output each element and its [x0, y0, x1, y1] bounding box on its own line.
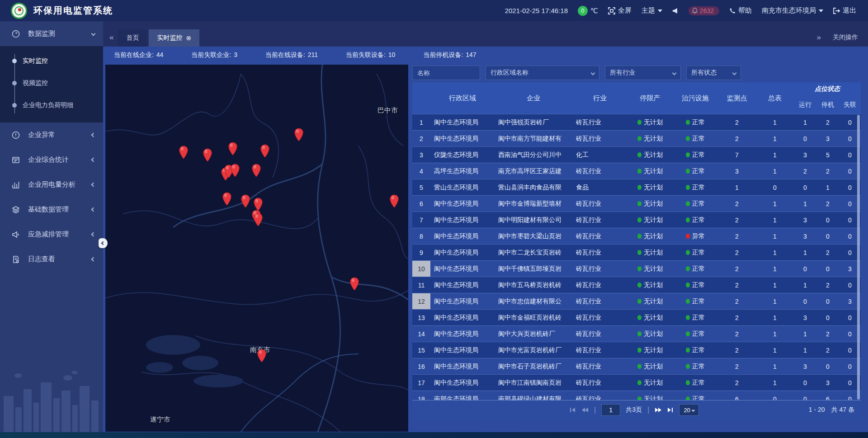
map-pin-icon[interactable] — [241, 194, 250, 210]
cell-row-number[interactable]: 12 — [412, 293, 430, 309]
status-select[interactable]: 所有状态 — [686, 66, 741, 80]
table-row[interactable]: 7 阆中生态环境局 阆中明阳建材有限公司 砖瓦行业 无计划 正常 2 1 3 0… — [412, 212, 861, 228]
first-page-button[interactable] — [570, 407, 576, 413]
tab-home[interactable]: 首页 — [118, 29, 147, 47]
table-row[interactable]: 3 仪陇生态环境局 西南油气田分公司川中 化工 无计划 正常 7 1 3 5 0 — [412, 146, 861, 163]
table-scrollbar[interactable] — [857, 115, 860, 400]
table-row[interactable]: 1 阆中生态环境局 阆中强锐页岩砖厂 砖瓦行业 无计划 正常 2 1 1 2 0 — [412, 114, 861, 130]
cell-run-count: 1 — [794, 277, 816, 293]
right-panel: 行政区域名称 所有行业 所有状态 行政区域 企业 行业 停限产 治污设施 监测点 — [412, 66, 861, 419]
name-search-input[interactable] — [412, 66, 480, 80]
skyline-decoration — [0, 364, 103, 432]
map-pin-icon[interactable] — [203, 148, 212, 164]
table-row[interactable]: 18 南部生态环境局 南部县砚绿山建材有限 砖瓦行业 无计划 正常 6 0 0 … — [412, 391, 861, 400]
cell-row-number[interactable]: 1 — [412, 114, 430, 130]
cell-row-number[interactable]: 9 — [412, 245, 430, 260]
map-pin-icon[interactable] — [222, 192, 232, 207]
tab-close-icon[interactable]: ⊗ — [186, 34, 191, 42]
tabs-scroll-left[interactable]: « — [103, 33, 118, 47]
cell-row-number[interactable]: 5 — [412, 179, 430, 195]
table-row[interactable]: 9 阆中生态环境局 阆中市二龙长宝页岩砖 砖瓦行业 无计划 正常 2 1 1 2… — [412, 244, 861, 260]
table-row[interactable]: 2 阆中生态环境局 阆中市南方节能建材有 砖瓦行业 无计划 正常 2 1 0 3… — [412, 130, 861, 146]
cell-row-number[interactable]: 4 — [412, 163, 430, 179]
last-page-button[interactable] — [667, 407, 674, 413]
cell-row-number[interactable]: 7 — [412, 212, 430, 228]
map-panel[interactable]: 巴中市南充市遂宁市 — [105, 65, 408, 432]
table-row[interactable]: 17 阆中生态环境局 阆中市江南镇阆南页岩 砖瓦行业 无计划 正常 2 1 0 … — [412, 374, 861, 391]
map-pin-icon[interactable] — [230, 164, 240, 179]
tabs-scroll-right[interactable]: » — [817, 33, 821, 42]
sidebar-item-power-load-detail[interactable]: 企业电力负荷明细 — [0, 94, 103, 116]
chevron-down-icon — [692, 408, 695, 411]
theme-menu[interactable]: 主题 — [642, 6, 662, 15]
map-pin-icon[interactable] — [260, 144, 270, 160]
cell-row-number[interactable]: 15 — [412, 342, 430, 358]
map-pin-icon[interactable] — [257, 349, 267, 364]
industry-select[interactable]: 所有行业 — [605, 66, 681, 80]
cell-row-number[interactable]: 14 — [412, 326, 430, 342]
cell-monitor-count: 2 — [718, 326, 756, 342]
cell-meter-count: 1 — [756, 326, 794, 342]
sidebar-group-enterprise-abnormal[interactable]: 企业异常 — [0, 122, 103, 147]
table-row[interactable]: 8 阆中生态环境局 阆中市枣碧大梁山页岩 砖瓦行业 无计划 异常 2 1 3 0… — [412, 228, 861, 244]
stat-online-enterprises-value: 44 — [156, 51, 164, 58]
cell-meter-count: 1 — [756, 375, 794, 391]
cell-row-number[interactable]: 11 — [412, 277, 430, 293]
sidebar-item-realtime-monitoring[interactable]: 实时监控 — [0, 50, 103, 72]
page-number-input[interactable] — [601, 404, 620, 416]
cell-monitor-count: 2 — [718, 228, 756, 244]
cell-row-number[interactable]: 8 — [412, 228, 430, 244]
table-row[interactable]: 6 阆中生态环境局 阆中市金博瑞新型墙材 砖瓦行业 无计划 正常 2 1 1 2… — [412, 195, 861, 212]
page-size-select[interactable]: 20 — [679, 404, 699, 416]
cell-row-number[interactable]: 2 — [412, 131, 430, 146]
table-row[interactable]: 14 阆中生态环境局 阆中大兴页岩机砖厂 砖瓦行业 无计划 正常 2 1 1 2… — [412, 325, 861, 342]
help-button[interactable]: 帮助 — [729, 6, 752, 15]
map-pin-icon[interactable] — [349, 277, 359, 292]
fullscreen-button[interactable]: 全屏 — [608, 6, 632, 15]
sidebar-collapse-handle[interactable] — [99, 238, 108, 248]
tab-realtime-monitoring[interactable]: 实时监控 ⊗ — [149, 29, 199, 47]
cell-row-number[interactable]: 16 — [412, 358, 430, 374]
table-row[interactable]: 13 阆中生态环境局 阆中市金福旺页岩机砖 砖瓦行业 无计划 正常 2 1 3 … — [412, 309, 861, 325]
map-pin-icon[interactable] — [389, 194, 399, 210]
exit-button[interactable]: 退出 — [833, 6, 856, 15]
cell-row-number[interactable]: 17 — [412, 375, 430, 391]
chevron-left-icon — [91, 232, 96, 237]
sidebar-group-base-data[interactable]: 基础数据管理 — [0, 197, 103, 222]
sidebar-group-electricity-analysis[interactable]: 企业用电量分析 — [0, 172, 103, 197]
map-pin-icon[interactable] — [228, 142, 238, 157]
cell-row-number[interactable]: 3 — [412, 147, 430, 163]
sound-button[interactable] — [672, 8, 679, 14]
cell-region: 阆中生态环境局 — [430, 114, 495, 130]
table-row[interactable]: 12 阆中生态环境局 阆中市忠信建材有限公 砖瓦行业 无计划 正常 2 1 0 … — [412, 293, 861, 309]
org-menu[interactable]: 南充市生态环境局 — [762, 6, 823, 15]
close-operations-button[interactable]: 关闭操作 — [833, 33, 858, 42]
cell-run-count: 1 — [794, 245, 816, 260]
table-row[interactable]: 16 阆中生态环境局 阆中市石子页岩机砖厂 砖瓦行业 无计划 正常 2 1 3 … — [412, 358, 861, 374]
cell-row-number[interactable]: 18 — [412, 391, 430, 400]
map-pin-icon[interactable] — [294, 128, 304, 143]
sidebar-group-log-view[interactable]: 日志查看 — [0, 247, 103, 272]
map-pin-icon[interactable] — [179, 146, 189, 161]
sidebar-group-enterprise-statistics[interactable]: 企业综合统计 — [0, 147, 103, 172]
fullscreen-icon — [608, 7, 615, 14]
cell-row-number[interactable]: 6 — [412, 196, 430, 212]
sidebar-group-emergency-reduction[interactable]: 应急减排管理 — [0, 222, 103, 247]
table-row[interactable]: 15 阆中生态环境局 阆中市光富页岩机砖厂 砖瓦行业 无计划 正常 2 1 1 … — [412, 342, 861, 358]
sidebar-item-video-monitoring[interactable]: 视频监控 — [0, 72, 103, 94]
notification-badge[interactable]: 2632 — [689, 6, 719, 15]
table-row[interactable]: 10 阆中生态环境局 阆中千佛镇五郎垭页岩 砖瓦行业 无计划 正常 2 1 0 … — [412, 260, 861, 277]
cell-enterprise: 阆中市光富页岩机砖厂 — [495, 342, 572, 358]
cell-row-number[interactable]: 13 — [412, 310, 430, 325]
next-page-button[interactable] — [655, 407, 662, 413]
stat-stopped-devices-value: 147 — [466, 51, 476, 58]
table-row[interactable]: 5 营山生态环境局 营山县润丰肉食品有限 食品 无计划 正常 1 0 0 1 0 — [412, 179, 861, 195]
table-row[interactable]: 11 阆中生态环境局 阆中市五马桥页岩机砖 砖瓦行业 无计划 正常 2 1 1 … — [412, 277, 861, 293]
region-select[interactable]: 行政区域名称 — [486, 66, 599, 80]
map-pin-icon[interactable] — [251, 164, 261, 179]
cell-row-number[interactable]: 10 — [412, 261, 430, 277]
prev-page-button[interactable] — [581, 407, 589, 413]
table-row[interactable]: 4 高坪生态环境局 南充市高坪区王家店建 砖瓦行业 无计划 正常 3 1 2 2… — [412, 163, 861, 179]
map-pin-icon[interactable] — [253, 213, 263, 228]
sidebar-group-data-monitoring[interactable]: 数据监测 — [0, 21, 103, 46]
